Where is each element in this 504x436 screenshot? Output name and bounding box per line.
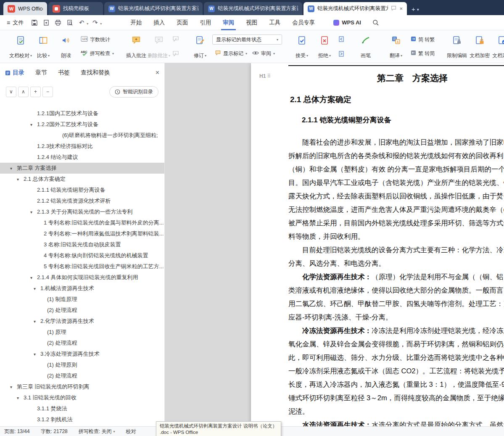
toc-item[interactable]: ▾2.1.4 具体如何实现旧铠装光缆的重复利用 xyxy=(0,272,164,283)
drag-handle-icon[interactable]: ⠿ xyxy=(267,73,270,79)
spell-check-button[interactable]: ABC 拼写检查▾ xyxy=(78,48,116,58)
word-count-button[interactable]: 123 字数统计 xyxy=(78,34,116,45)
redo-dropdown-icon[interactable]: ▾ xyxy=(100,22,102,26)
wps-ai-button[interactable]: WPS AI xyxy=(333,19,361,26)
toc-item[interactable]: (1) 处理原则 xyxy=(0,359,164,370)
collapse-arrow-icon[interactable]: ▾ xyxy=(30,119,37,130)
toc-item[interactable]: ▾2.1 总体方案确定 xyxy=(0,174,164,185)
toc-item[interactable]: 1.2.4 结论与建议 xyxy=(0,152,164,163)
undo-button[interactable]: ↶ xyxy=(77,18,87,28)
translate-button[interactable]: A 翻译▾ xyxy=(385,32,406,60)
collapse-arrow-icon[interactable]: ▾ xyxy=(30,272,37,283)
page-indicator[interactable]: 页面: 13/44 xyxy=(4,428,30,435)
traditional-to-simplified-button[interactable]: 繁 转简 xyxy=(408,48,437,58)
search-icon[interactable] xyxy=(372,19,379,26)
toc-item[interactable]: ▾3.冷冻处理资源再生技术 xyxy=(0,349,164,359)
tab-chapters[interactable]: 章节 xyxy=(35,69,47,77)
collapse-arrow-icon[interactable]: ▾ xyxy=(10,382,17,392)
track-changes-button[interactable]: 修订▾ xyxy=(190,32,211,60)
toc-item[interactable]: 1.2.1国内工艺技术与设备 xyxy=(0,108,164,119)
smart-toc-button[interactable]: 智能识别目录 xyxy=(109,86,158,98)
simplified-to-traditional-button[interactable]: 简 转繁 xyxy=(408,34,437,45)
toc-item[interactable]: (2) 处理流程 xyxy=(0,370,164,381)
toc-item[interactable]: (1) 制造原理 xyxy=(0,294,164,305)
toc-item[interactable]: ▾第二章 方案选择 xyxy=(0,163,164,174)
show-markup-button[interactable]: 显示标记▾ xyxy=(212,48,250,58)
toc-item[interactable]: 3.1.2 剥线机法 xyxy=(0,414,164,425)
tab-template-doc[interactable]: 找稿壳模板 xyxy=(48,2,103,15)
menu-start[interactable]: 开始 xyxy=(124,15,148,30)
toc-item[interactable]: ▾1.机械法资源再生技术 xyxy=(0,283,164,294)
tab-document-active[interactable]: W 铠装光缆机械式环切剥离装置方案设计 × xyxy=(303,2,407,15)
doc-proofread-button[interactable]: 文档校对▾ xyxy=(10,32,31,60)
undo-dropdown-icon[interactable]: ▾ xyxy=(87,22,88,26)
print-preview-button[interactable] xyxy=(65,18,75,28)
toc-item[interactable]: 4 专利名称:纵向剖切铠装光缆线的机械装置 xyxy=(0,250,164,261)
tab-wps-home[interactable]: W WPS Office xyxy=(3,2,47,15)
previous-comment-button[interactable] xyxy=(171,34,180,44)
expand-level-plus-button[interactable]: + xyxy=(30,87,41,97)
proofing-status[interactable]: 校对 xyxy=(126,428,136,435)
toc-item[interactable]: 5 专利名称:旧铠装光缆回收生产铜米粒的工艺方... xyxy=(0,261,164,272)
insert-comment-button[interactable]: 插入批注 xyxy=(126,32,147,60)
ink-pen-button[interactable]: 画笔 xyxy=(355,32,376,60)
reject-change-button[interactable]: 拒绝▾ xyxy=(314,32,335,60)
toc-item[interactable]: (6)研磨机将物料进一步环切剥离至细粒; xyxy=(0,130,164,141)
toc-item[interactable]: 2.1.1 铠装光缆铜塑分离设备 xyxy=(0,185,164,196)
compare-button[interactable]: 比较▾ xyxy=(33,32,54,60)
toc-item[interactable]: 2.1.2 铠装光缆资源化技术评析 xyxy=(0,196,164,206)
menu-review[interactable]: 审阅 xyxy=(217,15,240,30)
toc-item[interactable]: 1 专利名称:旧铠装光缆的金属与塑料外皮的分离... xyxy=(0,217,164,228)
toc-item[interactable]: ▾第三章 旧铠装光缆的环切剥离 xyxy=(0,381,164,392)
collapse-arrow-icon[interactable]: ▾ xyxy=(10,163,17,174)
heading-level-badge[interactable]: H1 ⠿ xyxy=(259,73,270,79)
expand-all-button[interactable]: ∧ xyxy=(18,87,29,97)
toc-item[interactable]: 3 名称:旧铠装光缆自动脱皮装置 xyxy=(0,239,164,250)
finalize-document-button[interactable]: 文档定稿 xyxy=(492,32,504,60)
expand-level-minus-button[interactable]: − xyxy=(42,87,53,97)
print-button[interactable] xyxy=(53,18,63,28)
menu-reference[interactable]: 引用 xyxy=(194,15,217,30)
redo-button[interactable]: ↷ xyxy=(90,18,100,28)
toc-item[interactable]: ▾1.2.2国外工艺技术与设备 xyxy=(0,119,164,130)
accept-change-button[interactable]: 接受▾ xyxy=(291,32,312,60)
toc-item[interactable]: ▾3.1 旧铠装光缆的回收 xyxy=(0,392,164,403)
toc-item[interactable]: (2) 处理流程 xyxy=(0,338,164,349)
collapse-arrow-icon[interactable]: ▾ xyxy=(34,283,40,294)
collapse-all-button[interactable]: ∨ xyxy=(6,87,16,97)
collapse-arrow-icon[interactable]: ▾ xyxy=(34,349,40,359)
spellcheck-status[interactable]: 拼写检查: 关闭▾ xyxy=(79,428,115,435)
menu-view[interactable]: 视图 xyxy=(240,15,263,30)
tab-toc[interactable]: 目录 xyxy=(5,69,24,77)
encrypt-document-button[interactable]: 文档加密 xyxy=(469,32,490,60)
menu-insert[interactable]: 插入 xyxy=(148,15,171,30)
collapse-arrow-icon[interactable]: ▾ xyxy=(17,393,24,403)
menu-page[interactable]: 页面 xyxy=(171,15,194,30)
next-change-button[interactable] xyxy=(337,49,346,58)
close-tab-icon[interactable]: × xyxy=(399,5,403,12)
export-pdf-button[interactable] xyxy=(41,18,51,28)
read-aloud-button[interactable]: 朗读 xyxy=(55,32,77,60)
close-pane-icon[interactable]: × xyxy=(156,69,159,77)
previous-change-button[interactable] xyxy=(337,34,346,44)
toc-item[interactable]: 2 专利名称:一种利用液氮低温技术剥离塑料铠装... xyxy=(0,228,164,239)
new-tab-button[interactable]: + xyxy=(412,5,415,13)
restrict-editing-button[interactable]: 限制编辑 xyxy=(446,32,467,60)
toc-item[interactable]: ▾2.化学法资源再生技术 xyxy=(0,316,164,327)
collapse-arrow-icon[interactable]: ▾ xyxy=(17,174,24,185)
toc-item[interactable]: ▾2.1.3 关于分离铠装光缆的一些方法专利 xyxy=(0,206,164,217)
toc-item[interactable]: (1) 原理 xyxy=(0,327,164,338)
file-menu-button[interactable]: ≡ 文件 xyxy=(0,19,29,26)
tab-document-2[interactable]: W 铠装光缆机械式环切剥离装置方案设计 xyxy=(204,2,302,15)
toc-item[interactable]: (2) 处理流程 xyxy=(0,305,164,316)
reviewers-button[interactable]: 审阅▾ xyxy=(250,48,277,58)
toc-item[interactable]: 1.2.3技术经济指标对比 xyxy=(0,141,164,152)
toc-item[interactable]: 3.1.1 焚烧法 xyxy=(0,403,164,414)
tab-find-replace[interactable]: 查找和替换 xyxy=(81,69,110,77)
menu-tools[interactable]: 工具 xyxy=(263,15,286,30)
markup-state-select[interactable]: 显示标记的最终状态▾ xyxy=(212,34,282,45)
next-comment-button[interactable] xyxy=(171,49,180,58)
menu-member[interactable]: 会员专享 xyxy=(286,15,321,30)
collapse-arrow-icon[interactable]: ▾ xyxy=(34,316,40,327)
tab-list-dropdown-icon[interactable]: ▾ xyxy=(417,7,419,12)
